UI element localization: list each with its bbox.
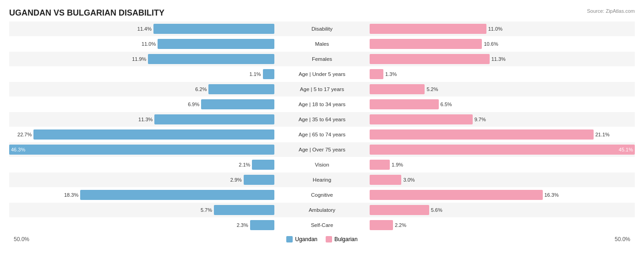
right-bar-container: 2.2% [368,220,635,230]
right-bar: 10.6% [370,39,482,49]
chart-row: 22.7%Age | 65 to 74 years21.1% [9,127,635,142]
left-bar-container: 5.7% [9,205,276,215]
left-bar-container: 2.1% [9,160,276,170]
bar-label: Age | 5 to 17 years [276,86,368,92]
right-bar-container: 1.3% [368,69,635,79]
left-bar: 2.1% [252,160,274,170]
footer-left-label: 50.0% [14,236,29,242]
right-bar-container: 1.9% [368,160,635,170]
bar-label: Cognitive [276,192,368,198]
legend-label: Ugandan [295,236,317,242]
left-bar-container: 18.3% [9,190,276,200]
left-bar-container: 11.3% [9,114,276,124]
right-bar-container: 45.1% [368,145,635,155]
chart-row: 5.7%Ambulatory5.6% [9,203,635,217]
right-bar: 16.3% [370,190,543,200]
bar-right-value: 2.2% [395,222,406,228]
left-bar: 2.3% [250,220,274,230]
right-bar-container: 11.3% [368,54,635,64]
right-bar: 1.9% [370,160,390,170]
right-bar: 9.7% [370,114,473,124]
right-bar: 45.1% [370,145,635,155]
left-bar-container: 11.0% [9,39,276,49]
chart-row: 11.9%Females11.3% [9,52,635,66]
bar-left-value: 11.0% [142,41,156,47]
bar-right-value: 9.7% [475,117,486,122]
bar-left-value: 1.1% [249,71,261,77]
left-bar-container: 6.9% [9,99,276,109]
legend-label: Bulgarian [334,236,358,242]
chart-row: 6.9%Age | 18 to 34 years6.5% [9,97,635,112]
bar-left-value: 2.9% [230,177,242,183]
chart-legend: UgandanBulgarian [29,236,615,242]
bar-label: Hearing [276,177,368,183]
bar-right-value: 5.2% [426,86,438,92]
bar-label: Self-Care [276,222,368,228]
right-bar-container: 5.2% [368,84,635,94]
left-bar: 1.1% [263,69,274,79]
right-bar-container: 11.0% [368,24,635,34]
chart-row: 6.2%Age | 5 to 17 years5.2% [9,82,635,97]
chart-row: 18.3%Cognitive16.3% [9,188,635,202]
chart-title: UGANDAN VS BULGARIAN DISABILITY [9,8,635,18]
bar-right-value: 5.6% [431,207,442,213]
right-bar: 1.3% [370,69,383,79]
bar-label: Vision [276,162,368,167]
bar-right-value: 10.6% [484,41,498,47]
legend-item: Bulgarian [326,236,358,242]
bar-right-value: 6.5% [441,102,452,107]
bar-right-value: 1.9% [392,162,403,167]
left-bar: 11.4% [153,24,274,34]
left-bar: 6.9% [201,99,274,109]
chart-row: 1.1%Age | Under 5 years1.3% [9,67,635,81]
left-bar: 46.3% [9,145,274,155]
bar-label: Females [276,56,368,62]
chart-footer: 50.0% UgandanBulgarian 50.0% [9,236,635,242]
bar-left-value: 46.3% [11,147,25,152]
right-bar-container: 10.6% [368,39,635,49]
right-bar-container: 5.6% [368,205,635,215]
chart-row: 11.0%Males10.6% [9,37,635,51]
bar-right-value: 1.3% [385,71,397,77]
bar-right-value: 45.1% [619,147,633,152]
legend-swatch [286,236,293,242]
bar-left-value: 11.3% [138,117,153,122]
left-bar-container: 2.9% [9,175,276,185]
left-bar: 11.0% [158,39,274,49]
left-bar: 5.7% [214,205,274,215]
right-bar: 5.2% [370,84,425,94]
left-bar-container: 11.4% [9,24,276,34]
left-bar-container: 22.7% [9,129,276,140]
right-bar: 21.1% [370,129,594,140]
left-bar-container: 2.3% [9,220,276,230]
left-bar: 2.9% [244,175,274,185]
source-label: Source: ZipAtlas.com [587,8,635,14]
chart-row: 2.9%Hearing3.0% [9,172,635,187]
right-bar: 6.5% [370,99,439,109]
chart-row: 46.3%Age | Over 75 years45.1% [9,142,635,157]
legend-item: Ugandan [286,236,317,242]
bar-label: Age | Under 5 years [276,71,368,77]
right-bar: 11.3% [370,54,490,64]
chart-row: 2.3%Self-Care2.2% [9,218,635,232]
bar-left-value: 22.7% [17,132,32,137]
right-bar-container: 3.0% [368,175,635,185]
bar-left-value: 11.4% [137,26,152,32]
chart-row: 11.4%Disability11.0% [9,22,635,36]
bar-label: Age | 18 to 34 years [276,102,368,107]
right-bar: 2.2% [370,220,393,230]
right-bar-container: 9.7% [368,114,635,124]
bar-left-value: 5.7% [201,207,212,213]
left-bar: 6.2% [208,84,274,94]
right-bar: 11.0% [370,24,486,34]
bar-left-value: 2.1% [239,162,250,167]
footer-right-label: 50.0% [615,236,630,242]
right-bar-container: 16.3% [368,190,635,200]
bar-right-value: 3.0% [403,177,415,183]
left-bar: 11.3% [154,114,274,124]
bar-left-value: 18.3% [64,192,78,198]
right-bar: 5.6% [370,205,429,215]
bar-left-value: 6.2% [195,86,207,92]
chart-row: 2.1%Vision1.9% [9,157,635,172]
bar-right-value: 11.0% [488,26,502,32]
